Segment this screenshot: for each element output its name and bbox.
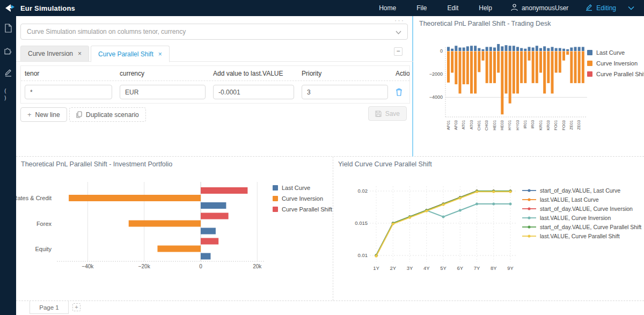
plus-icon: + (27, 111, 32, 119)
legend-label: start_of_day.VALUE, Curve Inversion (540, 206, 633, 212)
investment-portfolio-chart-panel: Theoretical PnL Parallel Shift - Investm… (16, 157, 333, 301)
legend-swatch (587, 61, 592, 66)
svg-text:−20k: −20k (138, 263, 151, 269)
svg-text:−4000: −4000 (429, 94, 443, 100)
legend-item[interactable]: Curve Parallel Shift (273, 206, 332, 213)
save-button[interactable]: Save (368, 106, 407, 121)
table-header-row: tenor currency Add value to last.VALUE P… (21, 66, 409, 81)
edit-icon[interactable] (4, 68, 13, 77)
investment-portfolio-bar-chart: −40k−20k020kRates & CreditForexEquity (16, 173, 284, 275)
legend-item[interactable]: start_of_day.VALUE, Last Curve (522, 187, 641, 194)
legend-item[interactable]: Curve Parallel Shift (587, 71, 644, 77)
svg-text:0: 0 (199, 263, 202, 269)
chart-title: Yield Curve Curve Parallel Shift (338, 160, 432, 168)
menu-edit[interactable]: Edit (437, 4, 469, 12)
legend-item[interactable]: Curve Inversion (587, 60, 644, 67)
col-header-currency: currency (116, 70, 209, 77)
svg-text:−2000: −2000 (429, 71, 443, 77)
legend-line-marker (522, 197, 536, 202)
svg-text:8Y: 8Y (491, 265, 497, 271)
legend-line-marker (522, 234, 536, 238)
table-row (21, 81, 409, 103)
new-line-button[interactable]: + New line (20, 107, 67, 122)
col-header-priority: Priority (298, 70, 392, 77)
svg-text:Forex: Forex (36, 221, 52, 227)
chart-legend: start_of_day.VALUE, Last Curvelast.VALUE… (522, 187, 641, 239)
page-tab-bar: Page 1 + (16, 301, 644, 315)
legend-item[interactable]: Curve Inversion (273, 195, 332, 202)
legend-item[interactable]: Last Curve (273, 185, 332, 191)
tab-curve-parallel-shift[interactable]: Curve Parallel Shift × (91, 46, 170, 62)
svg-text:AT03: AT03 (469, 120, 474, 129)
svg-text:IR03: IR03 (530, 120, 535, 129)
col-header-add-value: Add value to last.VALUE (209, 70, 298, 77)
code-icon[interactable]: ( ) (4, 90, 13, 99)
svg-text:KR01: KR01 (538, 120, 543, 130)
legend-swatch (273, 196, 278, 201)
svg-text:0: 0 (440, 48, 443, 54)
page-tab-1[interactable]: Page 1 (30, 301, 69, 314)
svg-text:AP01: AP01 (446, 120, 451, 130)
trash-icon (396, 88, 402, 96)
legend-label: Last Curve (596, 49, 625, 56)
collapse-button[interactable]: − (394, 47, 402, 56)
legend-item[interactable]: start_of_day.VALUE, Curve Parallel Shift (522, 224, 641, 230)
svg-text:ZE03: ZE03 (576, 120, 581, 130)
document-icon[interactable] (4, 24, 13, 33)
svg-text:0.01: 0.01 (358, 252, 368, 258)
svg-text:9Y: 9Y (507, 265, 514, 271)
menu-file[interactable]: File (406, 4, 437, 12)
user-icon (511, 4, 518, 13)
svg-text:CH01: CH01 (477, 120, 481, 130)
user-name: anonymousUser (522, 4, 568, 12)
editing-toggle[interactable]: Editing (577, 4, 625, 12)
pencil-icon (586, 4, 592, 12)
chart-title: Theoretical PnL Parallel Shift - Trading… (419, 20, 551, 27)
left-toolbar: ( ) (0, 16, 16, 315)
widget-icon[interactable] (4, 46, 13, 55)
menu-help[interactable]: Help (469, 4, 502, 12)
legend-label: Curve Parallel Shift (282, 206, 332, 213)
legend-label: last.VALUE, Last Curve (540, 196, 599, 203)
simulation-select[interactable]: Curve Simulation simulation on columns t… (20, 24, 408, 40)
more-menu-icon[interactable]: ··· (394, 16, 405, 24)
simulation-select-value: Curve Simulation simulation on columns t… (27, 28, 396, 35)
app-logo-icon[interactable] (5, 4, 15, 12)
delete-row-button[interactable] (396, 88, 402, 96)
legend-swatch (273, 207, 278, 212)
legend-item[interactable]: start_of_day.VALUE, Curve Inversion (522, 206, 641, 212)
top-bar: Eur Simulations Home File Edit Help anon… (0, 0, 644, 16)
legend-line-marker (522, 225, 536, 229)
tenor-field[interactable] (25, 85, 112, 99)
legend-item[interactable]: last.VALUE, Last Curve (522, 196, 641, 203)
currency-field[interactable] (120, 85, 206, 99)
svg-text:HE01: HE01 (492, 120, 497, 130)
topbar-chevron-down-icon[interactable] (625, 6, 644, 10)
duplicate-scenario-button[interactable]: Duplicate scenario (69, 107, 146, 122)
priority-field[interactable] (302, 85, 388, 99)
svg-text:1Y: 1Y (373, 265, 379, 271)
svg-text:6Y: 6Y (457, 265, 463, 271)
user-menu[interactable]: anonymousUser (502, 4, 577, 13)
close-icon[interactable]: × (158, 50, 162, 58)
close-icon[interactable]: × (78, 50, 82, 57)
scenario-tabs: Curve Inversion × Curve Parallel Shift × (20, 46, 171, 62)
legend-swatch (587, 50, 592, 55)
svg-text:2Y: 2Y (390, 265, 396, 271)
svg-text:AP03: AP03 (453, 120, 458, 130)
editing-label: Editing (596, 4, 616, 12)
legend-line-marker (522, 207, 536, 211)
add-value-field[interactable] (213, 85, 294, 99)
legend-item[interactable]: Last Curve (587, 49, 644, 56)
legend-item[interactable]: last.VALUE, Curve Inversion (522, 215, 641, 221)
legend-item[interactable]: last.VALUE, Curve Parallel Shift (522, 233, 641, 239)
add-page-button[interactable]: + (72, 303, 80, 311)
svg-text:AT01: AT01 (461, 120, 466, 129)
chart-title: Theoretical PnL Parallel Shift - Investm… (21, 160, 172, 168)
svg-text:Equity: Equity (35, 246, 52, 252)
tab-curve-inversion[interactable]: Curve Inversion × (20, 46, 89, 62)
scenario-table: tenor currency Add value to last.VALUE P… (20, 65, 410, 104)
menu-home[interactable]: Home (369, 4, 406, 12)
col-header-tenor: tenor (21, 70, 116, 77)
svg-text:Rates & Credit: Rates & Credit (16, 195, 52, 201)
